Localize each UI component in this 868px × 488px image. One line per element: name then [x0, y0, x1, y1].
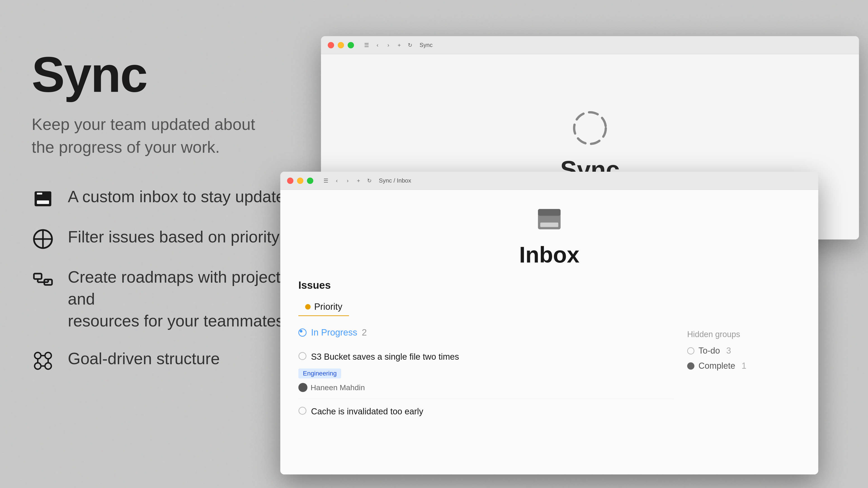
browser-window-inbox: ☰ ‹ › + ↻ Sync / Inbox Inbox Issues	[280, 172, 818, 475]
hidden-group-complete[interactable]: Complete 1	[687, 361, 800, 371]
svg-point-22	[574, 112, 606, 144]
menu-icon-inbox[interactable]: ☰	[322, 177, 330, 184]
feature-item-inbox: A custom inbox to stay updated	[32, 186, 303, 210]
titlebar-controls-sync: ☰ ‹ › + ↻ Sync	[363, 41, 433, 49]
sync-icon[interactable]: ↻	[406, 41, 414, 49]
todo-group-count: 3	[726, 346, 731, 356]
svg-rect-9	[34, 273, 41, 279]
goals-icon	[32, 350, 54, 372]
assignee-name-1: Haneen Mahdin	[311, 383, 365, 392]
svg-point-27	[299, 407, 306, 414]
svg-point-15	[45, 352, 51, 359]
issue-title-2: Cache is invalidated too early	[311, 406, 423, 417]
issue-row-2: Cache is invalidated too early	[298, 406, 674, 417]
issue-item-2[interactable]: Cache is invalidated too early	[298, 399, 674, 428]
feature-item-goals: Goal-driven structure	[32, 348, 303, 372]
svg-point-26	[299, 352, 306, 360]
avatar-1	[298, 383, 307, 392]
issues-header: Issues	[298, 279, 800, 291]
complete-group-icon	[687, 362, 694, 369]
hidden-groups-label: Hidden groups	[687, 330, 800, 339]
inbox-content: Inbox Issues Priority In Prog	[280, 190, 818, 475]
back-icon[interactable]: ‹	[374, 41, 381, 49]
titlebar-inbox: ☰ ‹ › + ↻ Sync / Inbox	[280, 172, 818, 190]
todo-group-icon	[687, 347, 694, 355]
sync-logo	[572, 110, 608, 146]
svg-rect-24	[538, 209, 561, 216]
complete-group-name: Complete	[699, 361, 735, 371]
sync-icon-inbox[interactable]: ↻	[366, 177, 373, 184]
inbox-icon-large	[533, 203, 565, 235]
left-panel: Sync Keep your team updated about the pr…	[32, 50, 303, 372]
forward-icon[interactable]: ›	[385, 41, 392, 49]
hidden-groups-panel: Hidden groups To-do 3 Complete 1	[687, 327, 800, 428]
roadmap-icon	[32, 268, 54, 291]
main-panel-row: In Progress 2 S3 Bucket saves a single f…	[280, 327, 818, 428]
in-progress-count: 2	[362, 327, 367, 337]
close-button[interactable]	[328, 42, 334, 48]
hero-subtitle: Keep your team updated about the progres…	[32, 113, 258, 159]
in-progress-icon	[298, 328, 307, 337]
hero-title: Sync	[32, 50, 303, 99]
issue-assignee-1: Haneen Mahdin	[298, 383, 674, 392]
issue-tag-1: Engineering	[298, 368, 341, 379]
feature-text-goals: Goal-driven structure	[68, 348, 220, 369]
feature-list: A custom inbox to stay updated Filter is…	[32, 186, 303, 372]
close-button-inbox[interactable]	[287, 177, 293, 184]
issue-title-1: S3 Bucket saves a single file two times	[311, 351, 459, 363]
minimize-button-inbox[interactable]	[297, 177, 303, 184]
maximize-button[interactable]	[348, 42, 354, 48]
new-tab-icon-inbox[interactable]: +	[355, 177, 362, 184]
priority-tab-label: Priority	[314, 302, 342, 312]
inbox-title: Inbox	[519, 242, 580, 268]
traffic-lights-sync	[328, 42, 354, 48]
url-path-sync: Sync	[420, 41, 433, 48]
feature-text-inbox: A custom inbox to stay updated	[68, 186, 294, 207]
issue-status-icon-2	[298, 407, 307, 415]
svg-point-16	[35, 363, 41, 369]
forward-icon-inbox[interactable]: ›	[344, 177, 351, 184]
hidden-group-todo[interactable]: To-do 3	[687, 346, 800, 356]
inbox-icon	[32, 188, 54, 210]
todo-group-name: To-do	[699, 346, 720, 356]
url-path-inbox: Sync / Inbox	[379, 177, 411, 184]
svg-rect-1	[37, 200, 49, 204]
maximize-button-inbox[interactable]	[307, 177, 313, 184]
back-icon-inbox[interactable]: ‹	[333, 177, 340, 184]
titlebar-controls-inbox: ☰ ‹ › + ↻ Sync / Inbox	[322, 177, 411, 184]
feature-item-priority: Filter issues based on priority	[32, 226, 303, 250]
new-tab-icon[interactable]: +	[396, 41, 403, 49]
minimize-button[interactable]	[338, 42, 344, 48]
feature-item-roadmap: Create roadmaps with projects andresourc…	[32, 266, 303, 332]
svg-rect-25	[540, 223, 558, 227]
issues-section: Issues Priority	[280, 279, 818, 327]
issue-item-1[interactable]: S3 Bucket saves a single file two times …	[298, 344, 674, 399]
in-progress-label: In Progress	[311, 327, 358, 337]
complete-group-count: 1	[742, 361, 746, 371]
priority-dot	[305, 304, 311, 310]
svg-point-17	[45, 363, 51, 369]
menu-icon[interactable]: ☰	[363, 41, 370, 49]
in-progress-row: In Progress 2	[298, 327, 674, 337]
windows-container: ☰ ‹ › + ↻ Sync Sync	[280, 36, 868, 479]
traffic-lights-inbox	[287, 177, 313, 184]
issue-status-icon-1	[298, 352, 307, 360]
titlebar-sync: ☰ ‹ › + ↻ Sync	[321, 36, 859, 54]
svg-point-14	[35, 352, 41, 359]
issues-list: In Progress 2 S3 Bucket saves a single f…	[298, 327, 674, 428]
filter-icon	[32, 228, 54, 250]
feature-text-roadmap: Create roadmaps with projects andresourc…	[68, 266, 303, 332]
feature-text-priority: Filter issues based on priority	[68, 226, 279, 248]
priority-tab[interactable]: Priority	[298, 298, 349, 316]
svg-rect-3	[37, 193, 42, 195]
issue-row-1: S3 Bucket saves a single file two times	[298, 351, 674, 363]
